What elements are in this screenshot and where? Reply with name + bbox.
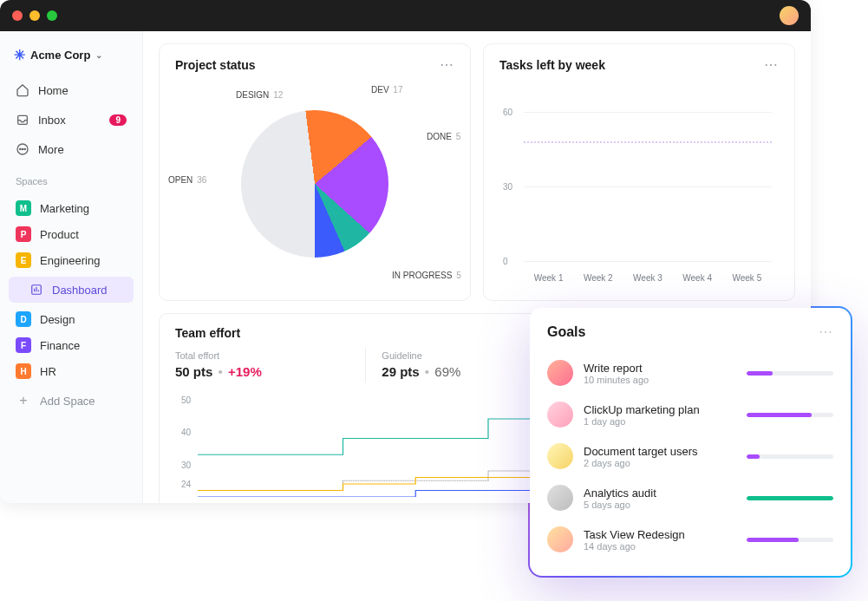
x-label: Week 1 [534, 273, 564, 283]
goal-row[interactable]: Document target users 2 days ago [547, 435, 833, 477]
space-badge-icon: M [16, 200, 31, 216]
metric-value: 50 pts • +19% [175, 364, 353, 379]
goal-name: Analytics audit [584, 487, 736, 500]
goal-name: Write report [584, 362, 736, 375]
svg-point-2 [22, 148, 23, 149]
card-title: Project status [175, 58, 256, 72]
nav-more[interactable]: More [9, 136, 134, 162]
goals-panel: Goals ⋯ Write report 10 minutes ago Clic… [530, 308, 851, 576]
x-label: Week 2 [584, 273, 613, 283]
goal-row[interactable]: Write report 10 minutes ago [547, 352, 833, 394]
add-space-label: Add Space [40, 395, 95, 408]
plus-icon: + [16, 393, 31, 408]
nav-home[interactable]: Home [9, 77, 134, 103]
titlebar [0, 0, 811, 31]
space-name: Marketing [40, 202, 89, 215]
goals-more-icon[interactable]: ⋯ [819, 323, 833, 340]
pie-label: DEV 17 [371, 85, 402, 95]
tasks-left-card: Tasks left by week ⋯ 03060 Week 1Week 2W… [483, 43, 795, 301]
card-title: Team effort [175, 326, 240, 340]
maximize-icon[interactable] [47, 10, 57, 21]
card-more-icon[interactable]: ⋯ [440, 56, 454, 73]
space-item[interactable]: H HR [9, 358, 134, 384]
goal-progress [747, 454, 833, 459]
spaces-section-label: Spaces [9, 166, 134, 192]
space-name: Product [40, 228, 79, 241]
inbox-badge: 9 [109, 114, 127, 126]
more-icon [16, 142, 29, 156]
pie-label: OPEN 36 [168, 175, 206, 185]
space-item[interactable]: P Product [9, 221, 134, 247]
close-icon[interactable] [12, 10, 23, 21]
x-label: Week 3 [633, 273, 662, 283]
goal-time: 1 day ago [584, 416, 736, 427]
space-badge-icon: F [16, 337, 31, 353]
space-name: Design [40, 313, 75, 326]
goal-time: 10 minutes ago [584, 375, 736, 385]
space-item[interactable]: F Finance [9, 332, 134, 358]
sidebar-dashboard[interactable]: Dashboard [9, 277, 134, 303]
svg-point-1 [20, 148, 21, 149]
x-label: Week 4 [682, 273, 712, 283]
svg-point-3 [24, 148, 25, 149]
dashboard-icon [29, 283, 43, 297]
pie-label: IN PROGRESS 5 [392, 271, 461, 280]
goal-avatar [547, 360, 573, 386]
goal-row[interactable]: ClickUp marketing plan 1 day ago [547, 394, 833, 435]
space-item[interactable]: M Marketing [9, 195, 134, 221]
goal-time: 2 days ago [584, 458, 736, 468]
pie-label: DONE 5 [427, 132, 460, 141]
goal-row[interactable]: Task View Redesign 14 days ago [547, 519, 833, 560]
space-badge-icon: P [16, 226, 31, 242]
nav-label: Inbox [38, 114, 66, 127]
goal-name: Task View Redesign [584, 528, 736, 541]
bar-chart: 03060 Week 1Week 2Week 3Week 4Week 5 [499, 80, 779, 288]
pie-chart: OPEN 36DESIGN 12DEV 17DONE 5IN PROGRESS … [175, 80, 454, 288]
project-status-card: Project status ⋯ OPEN 36DESIGN 12DEV 17D… [159, 43, 471, 301]
nav-label: More [38, 143, 64, 156]
org-name: Acme Corp [30, 49, 90, 62]
org-logo-icon: ✳ [14, 47, 25, 63]
goal-progress [747, 496, 833, 500]
add-space-button[interactable]: + Add Space [9, 388, 134, 414]
nav-label: Dashboard [52, 284, 108, 297]
goal-time: 5 days ago [584, 500, 736, 510]
space-item[interactable]: D Design [9, 306, 134, 332]
goal-avatar [547, 402, 573, 428]
goal-avatar [547, 443, 573, 469]
home-icon [16, 83, 29, 97]
goal-avatar [547, 485, 573, 511]
space-name: HR [40, 365, 56, 378]
goal-avatar [547, 526, 573, 552]
goal-name: Document target users [584, 445, 736, 458]
user-avatar[interactable] [780, 6, 799, 25]
org-switcher[interactable]: ✳ Acme Corp ⌄ [9, 43, 134, 67]
x-label: Week 5 [732, 273, 761, 283]
minimize-icon[interactable] [29, 10, 40, 21]
pie-label: DESIGN 12 [236, 90, 283, 100]
space-name: Engineering [40, 254, 100, 267]
goal-time: 14 days ago [584, 541, 736, 552]
nav-inbox[interactable]: Inbox 9 [9, 107, 134, 133]
inbox-icon [16, 113, 29, 127]
card-more-icon[interactable]: ⋯ [764, 56, 779, 73]
space-badge-icon: H [16, 363, 31, 379]
goal-name: ClickUp marketing plan [584, 403, 736, 416]
space-item[interactable]: E Engineering [9, 247, 134, 273]
chevron-down-icon: ⌄ [95, 50, 102, 60]
window-controls [12, 10, 57, 21]
goal-progress [747, 538, 833, 542]
metric-label: Total effort [175, 350, 353, 361]
goal-progress [747, 371, 833, 376]
space-badge-icon: D [16, 311, 31, 327]
card-title: Tasks left by week [499, 58, 605, 72]
sidebar: ✳ Acme Corp ⌄ Home Inbox 9 More Spaces M… [0, 31, 143, 503]
goal-progress [747, 413, 833, 417]
metric: Total effort 50 pts • +19% [175, 347, 365, 382]
nav-label: Home [38, 84, 69, 97]
space-badge-icon: E [16, 252, 31, 268]
goal-row[interactable]: Analytics audit 5 days ago [547, 477, 833, 519]
space-name: Finance [40, 339, 80, 352]
goals-title: Goals [547, 324, 585, 340]
